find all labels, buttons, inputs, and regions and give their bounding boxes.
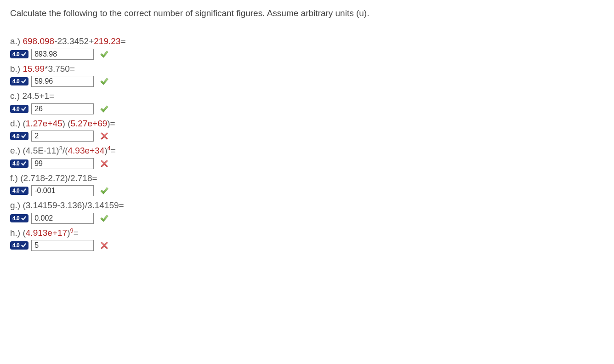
correct-check-icon: [99, 49, 109, 59]
problem-expression: e.) (4.5E-11)3/(4.93e+34)4=: [10, 144, 604, 157]
grade-badge-text: 4.0: [12, 133, 19, 139]
problem-label: c.): [10, 91, 22, 101]
problem-label: f.): [10, 173, 20, 183]
page: Calculate the following to the correct n…: [0, 0, 614, 262]
problem-expression: g.) (3.14159-3.136)/3.14159=: [10, 199, 604, 212]
answer-row: 4.0: [10, 103, 604, 114]
answer-row: 4.0: [10, 131, 604, 142]
problem-a: a.) 698.098-23.3452+219.23=4.0: [10, 35, 604, 60]
answer-row: 4.0: [10, 240, 604, 251]
answer-row: 4.0: [10, 76, 604, 87]
answer-input[interactable]: [31, 213, 94, 224]
problem-b: b.) 15.99*3.750=4.0: [10, 63, 604, 87]
answer-input[interactable]: [31, 103, 94, 114]
badge-check-icon: [21, 188, 27, 193]
grade-badge[interactable]: 4.0: [10, 50, 28, 58]
problem-label: g.): [10, 200, 23, 210]
correct-check-icon: [99, 76, 109, 86]
answer-row: 4.0: [10, 185, 604, 196]
grade-badge-text: 4.0: [12, 160, 19, 167]
incorrect-x-icon: [99, 240, 109, 250]
problem-d: d.) (1.27e+45) (5.27e+69)=4.0: [10, 117, 604, 142]
badge-check-icon: [21, 79, 27, 84]
grade-badge[interactable]: 4.0: [10, 77, 28, 85]
problem-expression: d.) (1.27e+45) (5.27e+69)=: [10, 117, 604, 130]
problem-label: h.): [10, 228, 23, 238]
grade-badge-text: 4.0: [12, 78, 19, 85]
grade-badge-text: 4.0: [12, 242, 19, 249]
problem-expression: a.) 698.098-23.3452+219.23=: [10, 35, 604, 48]
badge-check-icon: [21, 133, 27, 139]
answer-input[interactable]: [31, 240, 94, 251]
badge-check-icon: [21, 51, 27, 57]
grade-badge-text: 4.0: [12, 51, 19, 57]
badge-check-icon: [21, 106, 27, 112]
answer-row: 4.0: [10, 213, 604, 224]
grade-badge-text: 4.0: [12, 106, 19, 112]
grade-badge-text: 4.0: [12, 215, 19, 222]
problem-expression: c.) 24.5+1=: [10, 90, 604, 102]
grade-badge-text: 4.0: [12, 188, 19, 194]
badge-check-icon: [21, 243, 27, 248]
correct-check-icon: [99, 213, 109, 223]
grade-badge[interactable]: 4.0: [10, 241, 28, 250]
problem-g: g.) (3.14159-3.136)/3.14159=4.0: [10, 199, 604, 224]
grade-badge[interactable]: 4.0: [10, 105, 28, 113]
answer-row: 4.0: [10, 49, 604, 60]
problems-container: a.) 698.098-23.3452+219.23=4.0b.) 15.99*…: [10, 35, 604, 251]
answer-row: 4.0: [10, 158, 604, 169]
problem-f: f.) (2.718-2.72)/2.718=4.0: [10, 172, 604, 197]
instruction-text: Calculate the following to the correct n…: [10, 8, 604, 18]
correct-check-icon: [99, 104, 109, 114]
problem-expression: h.) (4.913e+17)9=: [10, 227, 604, 239]
answer-input[interactable]: [31, 158, 94, 169]
badge-check-icon: [21, 161, 27, 166]
problem-expression: b.) 15.99*3.750=: [10, 63, 604, 75]
grade-badge[interactable]: 4.0: [10, 214, 28, 222]
answer-input[interactable]: [31, 131, 94, 142]
badge-check-icon: [21, 216, 27, 221]
incorrect-x-icon: [99, 159, 109, 169]
incorrect-x-icon: [99, 131, 109, 141]
problem-e: e.) (4.5E-11)3/(4.93e+34)4=4.0: [10, 144, 604, 169]
grade-badge[interactable]: 4.0: [10, 187, 28, 195]
problem-label: d.): [10, 119, 23, 128]
problem-expression: f.) (2.718-2.72)/2.718=: [10, 172, 604, 185]
answer-input[interactable]: [31, 49, 94, 60]
problem-label: a.): [10, 36, 23, 46]
answer-input[interactable]: [31, 185, 94, 196]
problem-label: b.): [10, 64, 23, 74]
correct-check-icon: [99, 186, 109, 196]
problem-label: e.): [10, 146, 23, 155]
answer-input[interactable]: [31, 76, 94, 87]
problem-h: h.) (4.913e+17)9=4.0: [10, 227, 604, 251]
grade-badge[interactable]: 4.0: [10, 132, 28, 140]
problem-c: c.) 24.5+1=4.0: [10, 90, 604, 114]
grade-badge[interactable]: 4.0: [10, 159, 28, 168]
